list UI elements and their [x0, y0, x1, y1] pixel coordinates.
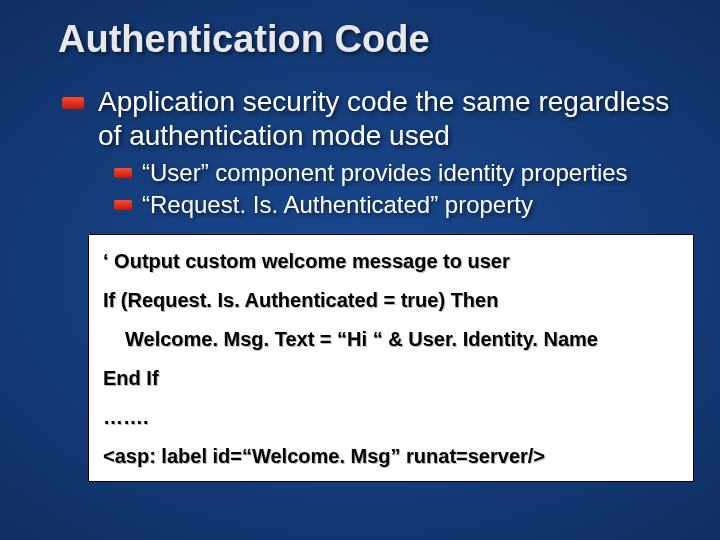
bullet-text: “Request. Is. Authenticated” property [142, 190, 533, 220]
code-line: ……. [103, 407, 679, 428]
slide: Authentication Code Application security… [0, 0, 720, 540]
bullet-icon [114, 200, 132, 210]
bullet-level-1: Application security code the same regar… [62, 85, 690, 152]
bullet-level-2: “User” component provides identity prope… [114, 158, 690, 188]
code-line: If (Request. Is. Authenticated = true) T… [103, 290, 679, 311]
slide-title: Authentication Code [58, 18, 690, 61]
bullet-text: “User” component provides identity prope… [142, 158, 628, 188]
bullet-text: Application security code the same regar… [98, 85, 690, 152]
sub-bullet-list: “User” component provides identity prope… [114, 158, 690, 220]
code-box: ‘ Output custom welcome message to user … [88, 234, 694, 482]
bullet-level-2: “Request. Is. Authenticated” property [114, 190, 690, 220]
bullet-icon [62, 97, 84, 109]
bullet-icon [114, 168, 132, 178]
code-line: Welcome. Msg. Text = “Hi “ & User. Ident… [103, 329, 679, 350]
code-line: End If [103, 368, 679, 389]
code-line: <asp: label id=“Welcome. Msg” runat=serv… [103, 446, 679, 467]
code-line: ‘ Output custom welcome message to user [103, 251, 679, 272]
